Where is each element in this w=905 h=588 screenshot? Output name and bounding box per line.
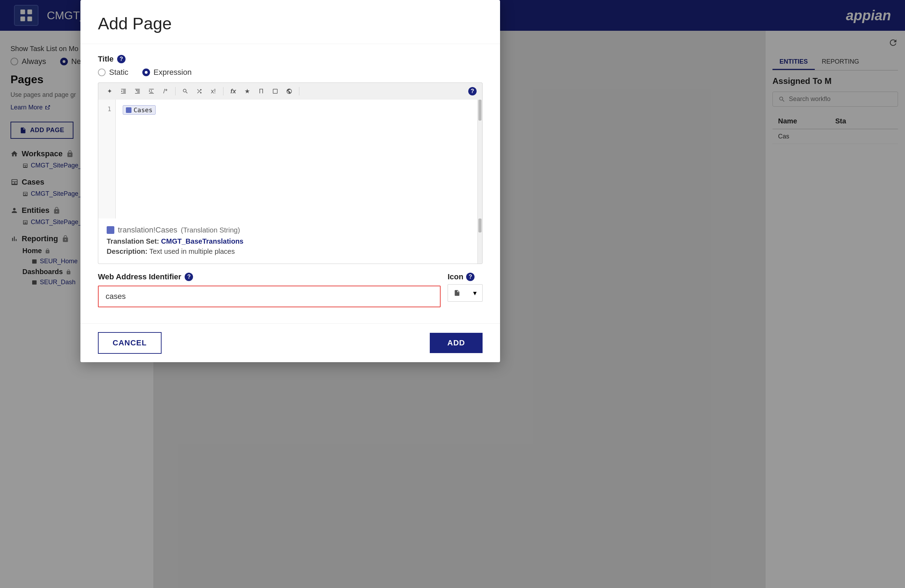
editor-toolbar: ✦ /* [98, 82, 483, 100]
modal-body: Title ? Static Expression ✦ [81, 44, 500, 323]
modal-overlay: Add Page Title ? Static Expression [0, 0, 905, 588]
box-icon[interactable] [270, 86, 281, 97]
autocomplete-item[interactable]: translation!Cases (Translation String) T… [106, 225, 469, 255]
editor-scrollbar[interactable] [477, 100, 482, 219]
editor-content[interactable]: Cases [116, 100, 477, 219]
web-address-row: Web Address Identifier ? Icon ? ▾ [98, 272, 483, 307]
code-tag-icon [126, 107, 132, 113]
search-toolbar-icon[interactable] [180, 86, 191, 97]
line-numbers: 1 [98, 100, 116, 219]
shuffle-icon[interactable] [194, 86, 205, 97]
web-address-help-icon[interactable]: ? [185, 273, 193, 281]
function-icon[interactable]: fx [228, 86, 239, 97]
autocomplete-title: translation!Cases (Translation String) [106, 225, 469, 235]
autocomplete-scrollbar-thumb [478, 219, 481, 233]
icon-help-icon[interactable]: ? [466, 273, 475, 281]
code-tag: Cases [123, 105, 156, 115]
cancel-button[interactable]: CANCEL [98, 332, 162, 354]
pi-icon[interactable]: Π [256, 86, 267, 97]
star-icon[interactable]: ★ [241, 86, 253, 97]
modal-title: Add Page [81, 0, 500, 44]
add-button[interactable]: ADD [430, 333, 483, 353]
editor-scrollbar-thumb [478, 100, 481, 120]
autocomplete-type: (Translation String) [181, 226, 240, 234]
autocomplete-detail-translation: Translation Set: CMGT_BaseTranslations [106, 238, 469, 246]
expression-radio-option[interactable]: Expression [142, 68, 192, 77]
editor-area: 1 Cases [98, 100, 483, 219]
expression-radio[interactable] [142, 68, 150, 76]
magic-wand-icon[interactable]: ✦ [104, 86, 115, 97]
divider-2 [223, 87, 224, 95]
icon-dropdown-button[interactable]: ▾ [448, 284, 483, 302]
autocomplete-content: translation!Cases (Translation String) T… [98, 219, 477, 263]
divider-1 [175, 87, 176, 95]
icon-field: Icon ? ▾ [448, 272, 483, 302]
autocomplete-dropdown: translation!Cases (Translation String) T… [98, 219, 483, 264]
title-radio-group: Static Expression [98, 68, 483, 77]
title-help-icon[interactable]: ? [117, 55, 125, 63]
editor-help-icon[interactable]: ? [468, 87, 476, 95]
dropdown-arrow: ▾ [473, 289, 476, 297]
modal-footer: CANCEL ADD [81, 323, 500, 362]
indent-left-icon[interactable] [118, 86, 129, 97]
static-radio-option[interactable]: Static [98, 68, 129, 77]
divider-3 [299, 87, 299, 95]
exclamation-icon[interactable]: x! [208, 86, 219, 97]
web-address-input[interactable] [98, 285, 441, 307]
add-page-modal: Add Page Title ? Static Expression [81, 0, 500, 362]
autocomplete-item-icon [106, 226, 114, 234]
indent-both-icon[interactable] [146, 86, 157, 97]
static-radio[interactable] [98, 68, 106, 76]
globe-icon[interactable] [284, 86, 295, 97]
autocomplete-detail-description: Description: Text used in multiple place… [106, 247, 469, 255]
title-field-label: Title ? [98, 54, 483, 63]
autocomplete-scrollbar[interactable] [477, 219, 482, 263]
comment-icon[interactable]: /* [160, 86, 171, 97]
icon-label: Icon ? [448, 272, 483, 281]
translation-set-link[interactable]: CMGT_BaseTranslations [161, 238, 244, 245]
web-address-field: Web Address Identifier ? [98, 272, 441, 307]
page-icon-preview [454, 290, 460, 296]
indent-right-icon[interactable] [132, 86, 143, 97]
web-address-label: Web Address Identifier ? [98, 272, 441, 281]
